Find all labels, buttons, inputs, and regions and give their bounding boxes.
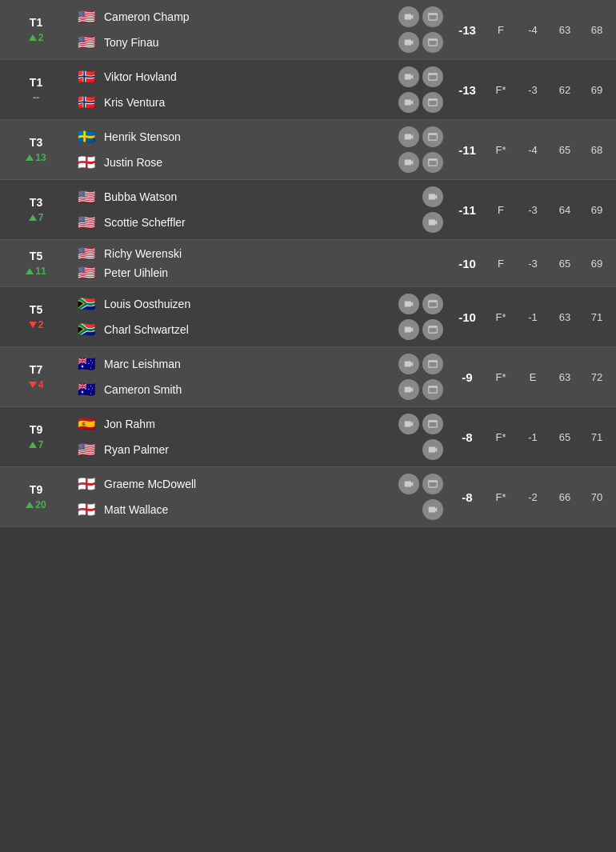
player-row: 🇺🇸Ryan Palmer [75,439,443,460]
video-icon[interactable] [398,6,419,27]
player-row: 🏴󠁧󠁢󠁥󠁮󠁧󠁿Matt Wallace [75,499,443,520]
player-name[interactable]: Matt Wallace [104,503,416,516]
player-name[interactable]: Jon Rahm [104,418,392,430]
total-score: -10 [450,310,485,324]
player-name[interactable]: Viktor Hovland [104,70,392,83]
video-icon[interactable] [422,186,443,207]
video-icon[interactable] [422,439,443,460]
player-name[interactable]: Justin Rose [104,156,392,169]
player-icons [422,186,443,207]
round-status: F* [485,491,517,503]
position-label: T9 [30,423,42,436]
scorecard-icon[interactable] [422,294,443,314]
player-name[interactable]: Kris Ventura [104,96,392,109]
player-icons [398,152,443,173]
round1-score: 63 [549,371,581,383]
video-icon[interactable] [398,319,419,340]
stats-col: -8F*-26670 [446,467,616,526]
video-icon[interactable] [398,294,419,314]
position-col: T12 [0,0,72,59]
players-col: 🇺🇸Bubba Watson🇺🇸Scottie Scheffler [72,180,446,239]
round2-score: 69 [581,204,613,216]
today-score: -3 [517,258,549,270]
scorecard-icon[interactable] [422,474,443,494]
position-col: T313 [0,120,72,179]
video-icon[interactable] [398,126,419,147]
position-label: T5 [30,303,42,316]
player-name[interactable]: Tony Finau [104,36,392,49]
leaderboard-group: T1--🇳🇴Viktor Hovland🇳🇴Kris Ventura-13F*-… [0,60,616,120]
player-name[interactable]: Louis Oosthuizen [104,298,392,310]
scorecard-icon[interactable] [422,354,443,374]
player-name[interactable]: Henrik Stenson [104,130,392,143]
round2-score: 71 [581,431,613,443]
player-icons [422,499,443,520]
video-icon[interactable] [398,92,419,113]
stats-col: -9F*E6372 [446,347,616,406]
leaderboard-group: T97🇪🇸Jon Rahm🇺🇸Ryan Palmer-8F*-16571 [0,407,616,467]
player-name[interactable]: Bubba Watson [104,190,416,203]
video-icon[interactable] [398,474,419,494]
arrow-up-icon [29,214,37,221]
video-icon[interactable] [398,379,419,400]
player-icons [398,474,443,494]
position-col: T1-- [0,60,72,119]
round1-score: 62 [549,84,581,96]
scorecard-icon[interactable] [422,6,443,27]
players-col: 🏴󠁧󠁢󠁥󠁮󠁧󠁿Graeme McDowell🏴󠁧󠁢󠁥󠁮󠁧󠁿Matt Wallac… [72,467,446,526]
scorecard-icon[interactable] [422,414,443,434]
video-icon[interactable] [422,212,443,233]
today-score: -4 [517,144,549,156]
players-col: 🇸🇪Henrik Stenson🏴󠁧󠁢󠁥󠁮󠁧󠁿Justin Rose [72,120,446,179]
video-icon[interactable] [398,66,419,87]
video-icon[interactable] [422,499,443,520]
player-name[interactable]: Richy Werenski [104,247,443,260]
video-icon[interactable] [398,354,419,374]
video-icon[interactable] [398,32,419,53]
round-status: F [485,24,517,36]
scorecard-icon[interactable] [422,32,443,53]
scorecard-icon[interactable] [422,319,443,340]
player-flag: 🇿🇦 [75,322,98,337]
player-name[interactable]: Marc Leishman [104,358,392,370]
round1-score: 66 [549,491,581,503]
movement-indicator: 13 [26,152,46,163]
scorecard-icon[interactable] [422,92,443,113]
total-score: -13 [450,23,485,37]
scorecard-icon[interactable] [422,126,443,147]
round-status: F* [485,144,517,156]
scorecard-icon[interactable] [422,66,443,87]
player-name[interactable]: Cameron Champ [104,10,392,23]
leaderboard-group: T37🇺🇸Bubba Watson🇺🇸Scottie Scheffler-11F… [0,180,616,240]
round-status: F* [485,84,517,96]
round2-score: 68 [581,144,613,156]
movement-indicator: 2 [29,32,44,43]
arrow-down-icon [29,382,37,388]
round2-score: 71 [581,311,613,323]
position-label: T9 [30,483,42,496]
movement-indicator: 11 [26,266,46,277]
players-col: 🇪🇸Jon Rahm🇺🇸Ryan Palmer [72,407,446,466]
players-col: 🇦🇺Marc Leishman🇦🇺Cameron Smith [72,347,446,406]
scorecard-icon[interactable] [422,152,443,173]
player-name[interactable]: Graeme McDowell [104,478,392,490]
player-flag: 🇿🇦 [75,297,98,311]
player-name[interactable]: Peter Uihlein [104,266,443,279]
player-name[interactable]: Scottie Scheffler [104,216,416,229]
player-name[interactable]: Charl Schwartzel [104,323,392,336]
movement-value: 11 [35,266,46,277]
player-name[interactable]: Ryan Palmer [104,443,416,456]
round1-score: 65 [549,431,581,443]
player-icons [398,126,443,147]
position-col: T37 [0,180,72,239]
video-icon[interactable] [398,414,419,434]
video-icon[interactable] [398,152,419,173]
player-row: 🏴󠁧󠁢󠁥󠁮󠁧󠁿Justin Rose [75,152,443,173]
scorecard-icon[interactable] [422,379,443,400]
stats-col: -10F-36569 [446,240,616,286]
movement-indicator: 20 [26,499,46,510]
player-name[interactable]: Cameron Smith [104,383,392,396]
player-row: 🏴󠁧󠁢󠁥󠁮󠁧󠁿Graeme McDowell [75,474,443,494]
total-score: -9 [450,370,485,384]
player-flag: 🇺🇸 [75,266,98,280]
